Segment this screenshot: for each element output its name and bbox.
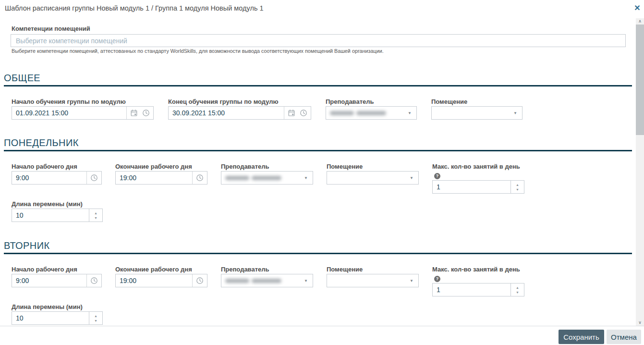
- vertical-scrollbar[interactable]: ∧ ∨: [636, 18, 644, 326]
- module-end-label: Конец обучения группы по модулю: [168, 97, 311, 106]
- cancel-button[interactable]: Отмена: [607, 330, 641, 344]
- work-start-field: Начало рабочего дня: [12, 162, 102, 185]
- module-end-datetime-input[interactable]: [168, 106, 311, 120]
- number-stepper[interactable]: ▲ ▼: [89, 209, 102, 222]
- stepper-down-icon[interactable]: ▼: [516, 188, 519, 191]
- chevron-down-icon: ▼: [513, 111, 517, 115]
- module-start-datetime-input[interactable]: [12, 106, 154, 120]
- max-lessons-label: Макс. кол-во занятий в день?: [432, 162, 524, 180]
- section-divider: [4, 253, 632, 254]
- save-button[interactable]: Сохранить: [559, 330, 604, 344]
- room-field: Помещение ▼: [327, 265, 419, 287]
- section-divider: [4, 150, 632, 151]
- room-field: Помещение ▼: [327, 162, 419, 185]
- module-start-field: Начало обучения группы по модулю: [12, 97, 154, 120]
- teacher-field: Преподаватель ▼: [221, 265, 313, 287]
- work-end-value[interactable]: [116, 274, 192, 287]
- help-icon[interactable]: ?: [434, 173, 440, 179]
- scrollbar-down-icon[interactable]: ∨: [636, 320, 644, 326]
- room-label: Помещение: [327, 162, 419, 171]
- stepper-up-icon[interactable]: ▲: [94, 211, 97, 215]
- module-end-field: Конец обучения группы по модулю: [168, 97, 311, 120]
- room-select[interactable]: ▼: [327, 171, 419, 185]
- stepper-up-icon[interactable]: ▲: [94, 314, 97, 318]
- max-lessons-number-input[interactable]: ▲ ▼: [432, 180, 524, 194]
- modal-footer: Сохранить Отмена: [0, 326, 644, 345]
- blurred-teacher-name: [225, 279, 281, 283]
- room-select[interactable]: ▼: [327, 274, 419, 287]
- teacher-label: Преподаватель: [221, 162, 313, 171]
- time-picker-icon[interactable]: [192, 274, 207, 287]
- close-icon[interactable]: ✕: [632, 3, 642, 13]
- competencies-help-text: Выберите компетенции помещений, аттестов…: [12, 48, 384, 54]
- teacher-select[interactable]: ▼: [221, 171, 313, 185]
- max-lessons-field: Макс. кол-во занятий в день? ▲ ▼: [432, 162, 524, 194]
- clock-icon[interactable]: [142, 109, 150, 117]
- room-select[interactable]: ▼: [431, 106, 522, 120]
- chevron-down-icon: ▼: [410, 176, 413, 180]
- time-picker-icon[interactable]: [192, 172, 207, 184]
- clock-icon[interactable]: [196, 174, 204, 182]
- break-length-field: Длина перемены (мин) ▲ ▼: [12, 302, 103, 325]
- number-stepper[interactable]: ▲ ▼: [510, 181, 524, 193]
- break-length-label: Длина перемены (мин): [12, 302, 103, 311]
- work-start-field: Начало рабочего дня: [12, 265, 102, 287]
- max-lessons-value[interactable]: [433, 283, 510, 296]
- max-lessons-label: Макс. кол-во занятий в день?: [432, 265, 524, 283]
- work-end-time-input[interactable]: [115, 171, 207, 185]
- work-start-time-input[interactable]: [12, 171, 102, 185]
- stepper-down-icon[interactable]: ▼: [516, 291, 519, 294]
- teacher-label: Преподаватель: [326, 97, 417, 106]
- datetime-picker-icons[interactable]: [126, 107, 153, 119]
- blurred-teacher-name: [225, 176, 281, 180]
- stepper-down-icon[interactable]: ▼: [94, 216, 97, 220]
- room-label: Помещение: [431, 97, 522, 106]
- module-end-value[interactable]: [169, 107, 284, 119]
- break-length-value[interactable]: [12, 209, 89, 222]
- work-start-label: Начало рабочего дня: [12, 162, 102, 171]
- break-length-number-input[interactable]: ▲ ▼: [12, 311, 103, 325]
- max-lessons-value[interactable]: [433, 181, 510, 193]
- calendar-icon[interactable]: [288, 109, 295, 117]
- clock-icon[interactable]: [90, 174, 98, 182]
- number-stepper[interactable]: ▲ ▼: [89, 312, 102, 324]
- chevron-down-icon: ▼: [304, 176, 308, 180]
- stepper-down-icon[interactable]: ▼: [94, 319, 97, 322]
- scrollbar-thumb[interactable]: [636, 25, 644, 135]
- time-picker-icon[interactable]: [86, 274, 101, 287]
- teacher-label: Преподаватель: [221, 265, 313, 274]
- time-picker-icon[interactable]: [86, 172, 101, 184]
- scrollbar-up-icon[interactable]: ∧: [636, 18, 644, 25]
- stepper-up-icon[interactable]: ▲: [516, 183, 519, 186]
- work-start-value[interactable]: [12, 172, 86, 184]
- stepper-up-icon[interactable]: ▲: [516, 286, 519, 289]
- teacher-select[interactable]: ▼: [326, 106, 417, 120]
- work-start-label: Начало рабочего дня: [12, 265, 102, 274]
- clock-icon[interactable]: [300, 109, 307, 117]
- room-field: Помещение ▼: [431, 97, 522, 120]
- number-stepper[interactable]: ▲ ▼: [510, 283, 524, 296]
- max-lessons-number-input[interactable]: ▲ ▼: [432, 283, 524, 296]
- work-end-time-input[interactable]: [115, 274, 207, 287]
- break-length-field: Длина перемены (мин) ▲ ▼: [12, 199, 103, 222]
- competencies-input[interactable]: [11, 34, 626, 47]
- work-end-label: Окончание рабочего дня: [115, 162, 207, 171]
- chevron-down-icon: ▼: [410, 279, 413, 283]
- chevron-down-icon: ▼: [304, 279, 308, 283]
- break-length-value[interactable]: [12, 312, 89, 324]
- work-start-time-input[interactable]: [12, 274, 102, 287]
- break-length-number-input[interactable]: ▲ ▼: [12, 209, 103, 222]
- clock-icon[interactable]: [196, 277, 204, 284]
- chevron-down-icon: ▼: [408, 111, 412, 115]
- teacher-field: Преподаватель ▼: [326, 97, 417, 120]
- teacher-select[interactable]: ▼: [221, 274, 313, 287]
- work-end-field: Окончание рабочего дня: [115, 265, 207, 287]
- work-start-value[interactable]: [12, 274, 86, 287]
- datetime-picker-icons[interactable]: [284, 107, 311, 119]
- help-icon[interactable]: ?: [434, 276, 440, 282]
- calendar-icon[interactable]: [130, 109, 138, 117]
- work-end-value[interactable]: [116, 172, 192, 184]
- teacher-field: Преподаватель ▼: [221, 162, 313, 185]
- clock-icon[interactable]: [90, 277, 98, 284]
- module-start-value[interactable]: [12, 107, 126, 119]
